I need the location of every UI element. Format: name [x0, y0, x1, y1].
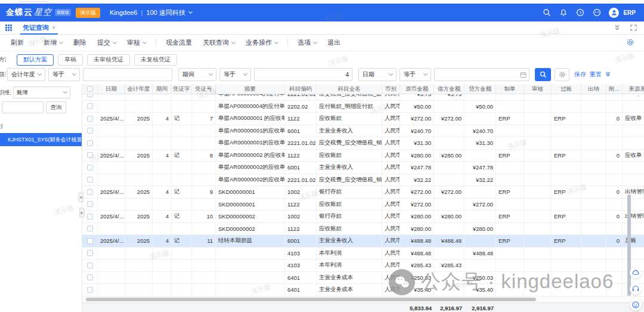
assistant-icon[interactable]: [592, 8, 601, 17]
row-checkbox[interactable]: [87, 287, 93, 293]
apps-grid-icon[interactable]: [5, 24, 12, 31]
value-input-year[interactable]: [83, 68, 172, 81]
sidebar-expand-handle[interactable]: ▸: [79, 208, 85, 218]
row-checkbox[interactable]: [87, 152, 93, 158]
column-header[interactable]: 贷方金额: [465, 84, 496, 94]
field-select-date[interactable]: 日期: [358, 68, 397, 81]
column-header[interactable]: 过账: [552, 84, 581, 94]
toolbar-button[interactable]: 删除: [73, 38, 86, 47]
row-checkbox[interactable]: [87, 225, 93, 231]
table-row[interactable]: SKD000000011122应收账款人民币¥272.00¥272.00: [82, 199, 644, 211]
notifications-bell-icon[interactable]: [559, 8, 568, 17]
column-header[interactable]: 凭证号: [192, 84, 216, 94]
toolbar-button[interactable]: 关联查询: [203, 38, 235, 47]
column-header[interactable]: 来源系统: [623, 84, 644, 94]
reset-filter-link[interactable]: 重置: [590, 70, 602, 79]
filter-settings-icon[interactable]: [555, 68, 569, 81]
column-header[interactable]: 附...: [606, 84, 623, 94]
toolbar-button[interactable]: 业务操作: [246, 38, 278, 47]
row-checkbox[interactable]: [87, 103, 93, 109]
table-row[interactable]: 4103本年利润人民币¥488.48¥488.48: [82, 248, 644, 260]
row-checkbox[interactable]: [87, 262, 93, 268]
row-checkbox[interactable]: [87, 238, 93, 244]
row-checkbox[interactable]: [87, 116, 93, 122]
column-header[interactable]: 借方金额: [434, 84, 465, 94]
toolbar-button[interactable]: 刷新: [11, 38, 24, 47]
collapse-tabs-icon[interactable]: [614, 23, 621, 33]
tab-close-icon[interactable]: ×: [52, 24, 55, 31]
tree-root-node[interactable]: 全部: [0, 121, 82, 132]
table-row[interactable]: 4103本年利润人民币¥285.43¥285.43: [82, 260, 644, 272]
table-row[interactable]: 6401主营业务成本人民币¥250.03¥250.03: [82, 272, 644, 285]
horizontal-scrollbar[interactable]: [82, 296, 644, 302]
cloud-icon[interactable]: [630, 267, 642, 279]
field-select-period[interactable]: 期间: [178, 68, 216, 81]
column-header[interactable]: 制单: [496, 84, 524, 94]
field-select-year[interactable]: 会计年度: [7, 68, 45, 81]
headset-icon[interactable]: [630, 283, 642, 295]
row-checkbox[interactable]: [87, 165, 93, 171]
table-row[interactable]: 单据AR00000001的应收单2221.01.02应交税费_应交增值税_销项税…: [82, 137, 644, 150]
table-row[interactable]: 2025/4/...20254记11结转本期损益6001主营业务收入人民币¥48…: [82, 235, 644, 248]
table-row[interactable]: SKD000000021122应收账款人民币¥280.00¥280.00: [82, 223, 644, 236]
scheme-draft-button[interactable]: 草稿: [58, 54, 83, 66]
column-header[interactable]: 日期: [98, 84, 125, 94]
row-checkbox[interactable]: [87, 177, 93, 183]
feedback-smiley-icon[interactable]: [630, 299, 642, 311]
user-avatar[interactable]: [609, 8, 619, 18]
toolbar-button[interactable]: 退出: [327, 38, 340, 47]
value-input-date[interactable]: [434, 68, 530, 81]
search-button[interactable]: [535, 68, 551, 81]
table-row[interactable]: 单据AR00000002的应收单6001主营业务收入人民币¥247.78¥247…: [82, 162, 644, 174]
operator-select-period[interactable]: 等于: [219, 68, 251, 81]
table-row[interactable]: 单据AP00000004的应付单2221.01.01应交税费_应交增值税_进项税…: [82, 94, 644, 101]
table-row[interactable]: 单据AR00000001的应收单6001主营业务收入人民币¥240.70¥240…: [82, 125, 644, 138]
tree-search-button[interactable]: 查询: [46, 101, 66, 113]
column-header[interactable]: 币别: [382, 84, 400, 94]
toolbar-button[interactable]: 现金流量: [166, 38, 192, 47]
scheme-default-button[interactable]: 默认方案: [17, 54, 54, 66]
settings-gear-icon[interactable]: [626, 38, 634, 49]
toolbar-button[interactable]: 选项: [298, 38, 317, 47]
column-header[interactable]: 期间: [153, 84, 172, 94]
table-row[interactable]: 2025/4/...20254记10SKD000000021002银行存款人民币…: [82, 211, 644, 223]
row-checkbox[interactable]: [87, 274, 93, 280]
table-row[interactable]: 6401主营业务成本人民币¥35.40¥35.40: [82, 284, 644, 296]
row-checkbox[interactable]: [87, 250, 93, 256]
scheme-unaudited-button[interactable]: 未审核凭证: [87, 54, 130, 66]
help-icon[interactable]: ?: [575, 8, 584, 17]
row-checkbox[interactable]: [87, 201, 93, 207]
table-row[interactable]: 2025/4/...20254记7单据AR00000001 的应收单1122应收…: [82, 113, 644, 125]
dimension-select[interactable]: 账簿: [13, 87, 70, 98]
row-checkbox[interactable]: [87, 140, 93, 146]
tab-voucher-query[interactable]: 凭证查询 ×: [20, 21, 58, 34]
table-row[interactable]: 2025/4/...20254记8单据AR00000002 的应收单1122应收…: [82, 150, 644, 162]
table-row[interactable]: 单据AP00000004的应付单2202.02应付账款_明细应付款人民币¥50.…: [82, 101, 644, 113]
column-header[interactable]: 凭证字: [172, 84, 192, 94]
column-header[interactable]: 会计年度: [125, 84, 153, 94]
expand-filters-icon[interactable]: [605, 69, 611, 80]
column-header[interactable]: 审核: [524, 84, 552, 94]
column-header[interactable]: 摘要: [216, 84, 285, 94]
toolbar-button[interactable]: 审核: [127, 38, 146, 47]
column-header[interactable]: 出纳: [581, 84, 606, 94]
table-row[interactable]: 2025/4/...20254记9SKD000000011002银行存款人民币¥…: [82, 186, 644, 199]
value-input-period[interactable]: [254, 68, 352, 81]
sidebar-collapse-handle[interactable]: ◂: [78, 192, 83, 202]
row-checkbox[interactable]: [87, 94, 93, 97]
toolbar-button[interactable]: 提交: [97, 38, 116, 47]
tree-selected-item[interactable]: KJHSTX01_SYS(财务会计核算体系): [0, 133, 82, 146]
operator-select-date[interactable]: 等于: [400, 68, 431, 81]
column-header[interactable]: 科目编码: [285, 84, 317, 94]
select-all-checkbox[interactable]: [87, 86, 93, 92]
operator-select-year[interactable]: 等于: [48, 68, 80, 81]
scheme-unreviewed-button[interactable]: 未复核凭证: [134, 54, 177, 66]
row-checkbox[interactable]: [87, 189, 93, 195]
scroll-up-arrow[interactable]: ⌃: [636, 95, 640, 100]
hscroll-thumb[interactable]: [86, 298, 536, 301]
tenant-switcher[interactable]: Kingdee6 | 100 速同科技: [110, 8, 192, 17]
save-filter-link[interactable]: 保存: [574, 70, 586, 79]
row-checkbox[interactable]: [87, 214, 93, 220]
tree-search-input[interactable]: [2, 101, 44, 113]
toolbar-button[interactable]: 新增: [44, 38, 63, 47]
